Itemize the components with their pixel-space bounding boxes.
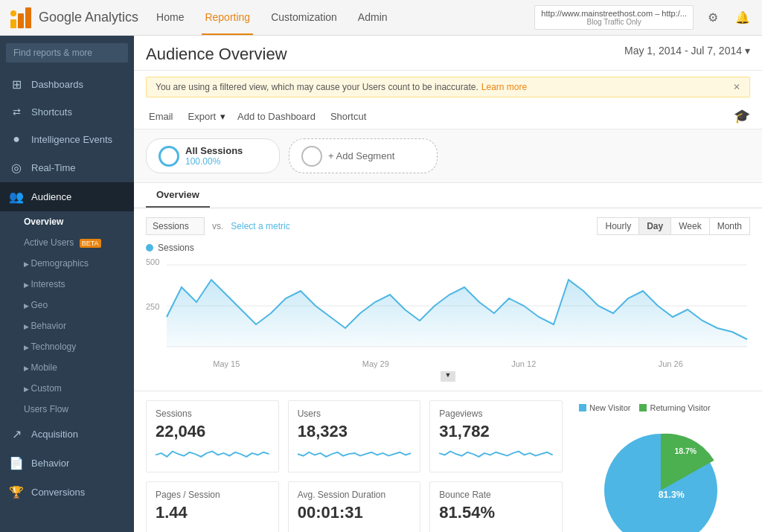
nav-admin[interactable]: Admin <box>355 1 391 35</box>
all-sessions-segment[interactable]: All Sessions 100.00% <box>146 138 280 173</box>
users-value: 18,323 <box>298 422 412 441</box>
nav-home[interactable]: Home <box>153 1 187 35</box>
sidebar-sub-active-users[interactable]: Active Users BETA <box>0 232 134 253</box>
metrics-left: Sessions 22,046 Users 18,323 <box>146 400 563 532</box>
email-button[interactable]: Email <box>146 109 176 124</box>
beta-badge: BETA <box>80 239 101 248</box>
sidebar-sub-overview[interactable]: Overview <box>0 211 134 232</box>
shortcuts-icon: ⇄ <box>9 106 24 118</box>
acquisition-icon: ↗ <box>9 427 24 441</box>
url-subtext: Blog Traffic Only <box>541 18 687 26</box>
gear-button[interactable]: ⚙ <box>702 7 723 28</box>
nav-right: http://www.mainstreethost.com – http:/..… <box>534 5 753 30</box>
main-nav: Home Reporting Customization Admin <box>153 1 519 35</box>
search-input[interactable] <box>6 43 128 63</box>
sidebar-sub-mobile[interactable]: Mobile <box>0 357 134 378</box>
date-range-text: May 1, 2014 - Jul 7, 2014 <box>624 45 742 57</box>
time-btn-month[interactable]: Month <box>709 217 750 235</box>
pageviews-label: Pageviews <box>439 408 553 419</box>
time-btn-hourly[interactable]: Hourly <box>597 217 638 235</box>
sidebar-sub-geo[interactable]: Geo <box>0 295 134 315</box>
users-sparkline <box>298 444 412 462</box>
sidebar-item-acquisition[interactable]: ↗ Acquisition <box>0 420 134 449</box>
x-label-may15: May 15 <box>213 359 240 368</box>
segment-pct: 100.00% <box>185 156 243 167</box>
metric-dropdown[interactable]: Sessions <box>146 217 205 235</box>
returning-visitor-label: Returning Visitor <box>650 403 710 412</box>
content-area: Audience Overview May 1, 2014 - Jul 7, 2… <box>134 36 762 532</box>
metric-pageviews: Pageviews 31,782 <box>429 400 563 472</box>
new-visitor-legend: New Visitor <box>579 403 630 412</box>
graduation-cap-icon: 🎓 <box>734 108 750 124</box>
pie-chart-section: New Visitor Returning Visitor 81.3% <box>572 400 750 532</box>
metrics-section: Sessions 22,046 Users 18,323 <box>134 391 762 532</box>
x-label-may29: May 29 <box>362 359 389 368</box>
segment-info: All Sessions 100.00% <box>185 145 243 167</box>
sidebar-sub-technology[interactable]: Technology <box>0 336 134 357</box>
bounce-rate-sparkline <box>439 525 553 532</box>
shortcut-button[interactable]: Shortcut <box>327 109 369 124</box>
url-box[interactable]: http://www.mainstreethost.com – http:/..… <box>534 5 694 30</box>
sidebar-item-shortcuts[interactable]: ⇄ Shortcuts <box>0 99 134 125</box>
date-range-chevron: ▾ <box>745 45 750 57</box>
sidebar-sub-users-flow[interactable]: Users Flow <box>0 399 134 420</box>
avg-session-value: 00:01:31 <box>298 503 412 522</box>
tab-overview[interactable]: Overview <box>146 183 210 208</box>
chart-x-labels: May 15 May 29 Jun 12 Jun 26 <box>146 359 750 368</box>
sidebar-item-conversions[interactable]: 🏆 Conversions <box>0 478 134 507</box>
time-btn-day[interactable]: Day <box>638 217 670 235</box>
chart-scroll-area: ▼ <box>146 371 750 382</box>
sidebar-item-intelligence[interactable]: ● Intelligence Events <box>0 125 134 153</box>
conversions-icon: 🏆 <box>9 485 24 499</box>
svg-rect-0 <box>10 19 16 28</box>
sidebar-item-label: Dashboards <box>31 79 83 90</box>
sidebar-item-label: Audience <box>31 191 71 202</box>
metric-users: Users 18,323 <box>288 400 421 472</box>
time-btn-week[interactable]: Week <box>670 217 708 235</box>
sidebar-sub-interests[interactable]: Interests <box>0 274 134 295</box>
time-period-buttons: Hourly Day Week Month <box>597 217 750 235</box>
nav-customization[interactable]: Customization <box>268 1 340 35</box>
add-segment-button[interactable]: + Add Segment <box>289 138 438 173</box>
date-range-picker[interactable]: May 1, 2014 - Jul 7, 2014 ▾ <box>624 45 750 57</box>
pages-session-value: 1.44 <box>156 503 269 522</box>
metrics-row-1: Sessions 22,046 Users 18,323 <box>146 400 563 472</box>
sidebar-item-label: Conversions <box>31 487 85 498</box>
sessions-sparkline <box>156 444 269 462</box>
x-label-jun26: Jun 26 <box>659 359 683 368</box>
x-label-jun12: Jun 12 <box>511 359 536 368</box>
alert-close-button[interactable]: ✕ <box>733 82 740 92</box>
sidebar-item-label: Acquisition <box>31 429 78 440</box>
add-to-dashboard-button[interactable]: Add to Dashboard <box>234 109 318 124</box>
sidebar-sub-behavior[interactable]: Behavior <box>0 315 134 336</box>
select-metric-link[interactable]: Select a metric <box>231 221 289 231</box>
svg-text:18.7%: 18.7% <box>674 447 697 455</box>
bounce-rate-value: 81.54% <box>439 503 553 522</box>
bell-button[interactable]: 🔔 <box>732 7 753 28</box>
export-button[interactable]: Export <box>185 109 220 124</box>
sidebar: ⊞ Dashboards ⇄ Shortcuts ● Intelligence … <box>0 36 134 532</box>
export-dropdown[interactable]: Export ▾ <box>185 109 226 124</box>
bounce-rate-label: Bounce Rate <box>439 490 553 500</box>
metric-sessions: Sessions 22,046 <box>146 400 279 472</box>
y-label-500: 500 <box>146 257 159 266</box>
metrics-row-2: Pages / Session 1.44 Avg. Session Durati… <box>146 481 563 532</box>
sidebar-item-realtime[interactable]: ◎ Real-Time <box>0 153 134 182</box>
overview-tab-bar: Overview <box>134 183 762 208</box>
sidebar-sub-custom[interactable]: Custom <box>0 378 134 399</box>
svg-rect-1 <box>18 13 24 28</box>
alert-learn-more[interactable]: Learn more <box>481 82 527 92</box>
behavior-icon: 📄 <box>9 456 24 470</box>
nav-reporting[interactable]: Reporting <box>202 1 253 35</box>
sessions-chart <box>164 257 750 354</box>
sidebar-item-audience[interactable]: 👥 Audience <box>0 182 134 211</box>
sidebar-item-dashboards[interactable]: ⊞ Dashboards <box>0 70 134 99</box>
y-label-250: 250 <box>146 302 159 311</box>
svg-point-3 <box>10 10 16 16</box>
metric-avg-session: Avg. Session Duration 00:01:31 <box>288 481 421 532</box>
intelligence-icon: ● <box>9 132 24 146</box>
sidebar-sub-demographics[interactable]: Demographics <box>0 253 134 274</box>
chart-scroll-button[interactable]: ▼ <box>441 371 455 382</box>
segment-area: All Sessions 100.00% + Add Segment <box>134 129 762 183</box>
sidebar-item-behavior[interactable]: 📄 Behavior <box>0 449 134 478</box>
